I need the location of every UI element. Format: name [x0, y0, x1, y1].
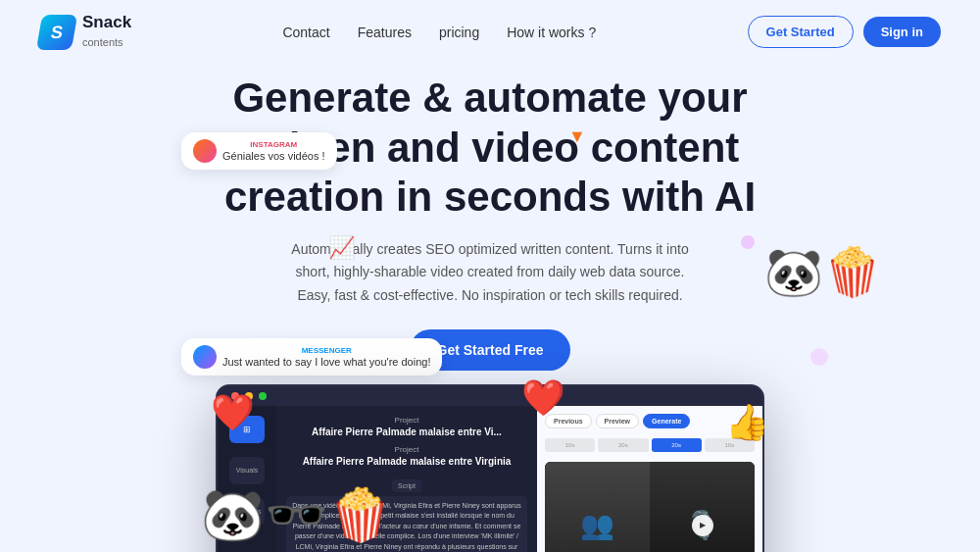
timeline-item-3[interactable]: 20s [652, 438, 702, 452]
panda-small-emoji: 🐼🕶️🍿 [201, 485, 392, 545]
hero-section: INSTAGRAM Géniales vos vidéos ! MESSENGE… [0, 64, 980, 552]
project-title: Affaire Pierre Palmade malaise entre Vi.… [286, 427, 527, 437]
bubble-platform: INSTAGRAM [222, 140, 325, 149]
script-label: Script [392, 479, 421, 492]
project-title2: Affaire Pierre Palmade malaise entre Vir… [286, 456, 527, 467]
dash-topbar [218, 386, 762, 406]
timeline-item-2[interactable]: 20s [598, 438, 648, 452]
deco-chart-icon: 📈 [328, 235, 355, 261]
bubble-message-2: Just wanted to say I love what you're do… [222, 356, 430, 368]
deco-circle-2 [810, 348, 828, 366]
nav-features[interactable]: Features [358, 25, 412, 40]
heart-emoji-2: ❤️ [521, 377, 565, 419]
nav-how-it-works[interactable]: How it works ? [507, 25, 596, 40]
play-button[interactable]: ▶ [692, 515, 713, 536]
bubble-avatar [193, 139, 217, 163]
action-buttons: Previous Preview Generate [545, 414, 690, 428]
logo[interactable]: S Snackcontents [39, 14, 131, 50]
dash-right-topbar: Previous Preview Generate [545, 414, 755, 428]
navbar: S Snackcontents Contact Features pricing… [0, 0, 980, 64]
panda-character: 🐼🍿 [764, 245, 882, 300]
messenger-bubble: MESSENGER Just wanted to say I love what… [181, 338, 442, 376]
video-right-panel: 🎙️ ▶ Lors d'une interview 'ILs s'humour'… [650, 462, 755, 552]
video-inner: 👥 Affaire Pierre Palmade - malaise entre… [545, 462, 755, 552]
project-label2: Project [286, 445, 527, 454]
bubble-message: Géniales vos vidéos ! [222, 150, 325, 162]
thumbs-up-emoji: 👍 [725, 402, 769, 443]
window-maximize-dot [259, 392, 267, 400]
video-thumbnail: 👥 Affaire Pierre Palmade - malaise entre… [545, 462, 755, 552]
timeline-item-1[interactable]: 10s [545, 438, 595, 452]
instagram-bubble: INSTAGRAM Géniales vos vidéos ! [181, 132, 337, 170]
logo-text-block: Snackcontents [82, 14, 131, 50]
nav-actions: Get Started Sign in [748, 16, 941, 48]
get-started-button[interactable]: Get Started [748, 16, 854, 48]
timeline: 10s 20s 20s 10s [545, 438, 755, 452]
sign-in-button[interactable]: Sign in [863, 17, 941, 47]
logo-brand: Snackcontents [82, 14, 131, 50]
preview-button[interactable]: Preview [596, 414, 639, 428]
bubble-avatar-2 [193, 345, 217, 369]
bubble-content: INSTAGRAM Géniales vos vidéos ! [222, 140, 325, 162]
heart-emoji-1: ❤️ [211, 392, 255, 433]
bubble-platform-2: MESSENGER [222, 346, 430, 355]
sidebar-item-visuals[interactable]: Visuals [229, 457, 265, 484]
nav-contact[interactable]: Contact [282, 25, 329, 40]
logo-icon: S [36, 15, 77, 50]
bubble-content-2: MESSENGER Just wanted to say I love what… [222, 346, 430, 368]
deco-arrow: ▼ [568, 126, 586, 147]
generate-button[interactable]: Generate [643, 414, 690, 428]
project-label: Project [286, 416, 527, 425]
nav-links: Contact Features pricing How it works ? [282, 24, 596, 41]
video-left-panel: 👥 Affaire Pierre Palmade - malaise entre… [545, 462, 650, 552]
nav-pricing[interactable]: pricing [439, 25, 479, 40]
deco-circle-1 [741, 235, 755, 249]
